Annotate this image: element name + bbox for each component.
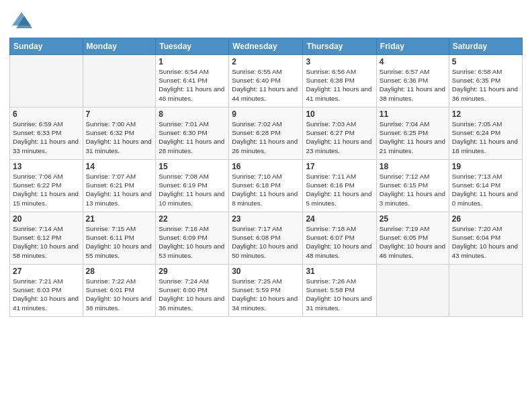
cell-day-number: 7 — [86, 109, 153, 119]
calendar-cell: 6Sunrise: 6:59 AM Sunset: 6:33 PM Daylig… — [10, 107, 83, 160]
cell-day-number: 20 — [13, 214, 80, 224]
weekday-header-sunday: Sunday — [10, 38, 83, 55]
cell-info-text: Sunrise: 6:54 AM Sunset: 6:41 PM Dayligh… — [159, 67, 226, 103]
cell-day-number: 19 — [452, 162, 519, 171]
calendar-cell: 22Sunrise: 7:16 AM Sunset: 6:09 PM Dayli… — [156, 212, 229, 265]
weekday-header-friday: Friday — [376, 38, 449, 55]
cell-day-number: 23 — [232, 214, 300, 224]
calendar-cell: 25Sunrise: 7:19 AM Sunset: 6:05 PM Dayli… — [376, 212, 449, 265]
page: SundayMondayTuesdayWednesdayThursdayFrid… — [0, 0, 532, 411]
cell-day-number: 29 — [159, 267, 226, 276]
cell-info-text: Sunrise: 7:20 AM Sunset: 6:04 PM Dayligh… — [452, 224, 519, 260]
cell-info-text: Sunrise: 7:10 AM Sunset: 6:18 PM Dayligh… — [232, 172, 300, 208]
calendar-cell — [10, 55, 83, 107]
cell-day-number: 4 — [380, 57, 446, 66]
calendar-cell: 10Sunrise: 7:03 AM Sunset: 6:27 PM Dayli… — [303, 107, 376, 160]
week-row-1: 6Sunrise: 6:59 AM Sunset: 6:33 PM Daylig… — [10, 107, 523, 160]
calendar-cell: 12Sunrise: 7:05 AM Sunset: 6:24 PM Dayli… — [449, 107, 522, 160]
week-row-4: 27Sunrise: 7:21 AM Sunset: 6:03 PM Dayli… — [10, 265, 523, 317]
cell-info-text: Sunrise: 7:15 AM Sunset: 6:11 PM Dayligh… — [86, 224, 153, 260]
calendar-cell: 11Sunrise: 7:04 AM Sunset: 6:25 PM Dayli… — [376, 107, 449, 160]
calendar-cell: 4Sunrise: 6:57 AM Sunset: 6:36 PM Daylig… — [376, 55, 449, 107]
calendar-cell: 16Sunrise: 7:10 AM Sunset: 6:18 PM Dayli… — [229, 160, 303, 212]
calendar-cell: 31Sunrise: 7:26 AM Sunset: 5:58 PM Dayli… — [303, 265, 376, 317]
logo — [9, 9, 36, 34]
cell-day-number: 28 — [86, 267, 153, 276]
cell-info-text: Sunrise: 7:18 AM Sunset: 6:07 PM Dayligh… — [306, 224, 373, 260]
weekday-header-row: SundayMondayTuesdayWednesdayThursdayFrid… — [10, 38, 523, 55]
cell-info-text: Sunrise: 7:01 AM Sunset: 6:30 PM Dayligh… — [159, 120, 226, 155]
calendar-cell: 8Sunrise: 7:01 AM Sunset: 6:30 PM Daylig… — [156, 107, 229, 160]
calendar-cell: 13Sunrise: 7:06 AM Sunset: 6:22 PM Dayli… — [10, 160, 83, 212]
cell-day-number: 22 — [159, 214, 226, 224]
calendar-cell: 15Sunrise: 7:08 AM Sunset: 6:19 PM Dayli… — [156, 160, 229, 212]
weekday-header-saturday: Saturday — [449, 38, 522, 55]
cell-info-text: Sunrise: 7:06 AM Sunset: 6:22 PM Dayligh… — [13, 172, 80, 208]
cell-info-text: Sunrise: 7:19 AM Sunset: 6:05 PM Dayligh… — [380, 224, 446, 260]
calendar-cell: 14Sunrise: 7:07 AM Sunset: 6:21 PM Dayli… — [83, 160, 156, 212]
cell-day-number: 18 — [380, 162, 446, 171]
calendar-cell: 1Sunrise: 6:54 AM Sunset: 6:41 PM Daylig… — [156, 55, 229, 107]
cell-info-text: Sunrise: 7:24 AM Sunset: 6:00 PM Dayligh… — [159, 277, 226, 312]
cell-info-text: Sunrise: 7:03 AM Sunset: 6:27 PM Dayligh… — [306, 120, 373, 155]
calendar-cell: 17Sunrise: 7:11 AM Sunset: 6:16 PM Dayli… — [303, 160, 376, 212]
calendar-cell: 23Sunrise: 7:17 AM Sunset: 6:08 PM Dayli… — [229, 212, 303, 265]
week-row-3: 20Sunrise: 7:14 AM Sunset: 6:12 PM Dayli… — [10, 212, 523, 265]
cell-info-text: Sunrise: 6:55 AM Sunset: 6:40 PM Dayligh… — [232, 67, 300, 103]
cell-day-number: 9 — [232, 109, 300, 119]
calendar-cell: 19Sunrise: 7:13 AM Sunset: 6:14 PM Dayli… — [449, 160, 522, 212]
calendar-cell: 26Sunrise: 7:20 AM Sunset: 6:04 PM Dayli… — [449, 212, 522, 265]
calendar-cell: 21Sunrise: 7:15 AM Sunset: 6:11 PM Dayli… — [83, 212, 156, 265]
cell-day-number: 21 — [86, 214, 153, 224]
weekday-header-wednesday: Wednesday — [229, 38, 303, 55]
cell-info-text: Sunrise: 7:05 AM Sunset: 6:24 PM Dayligh… — [452, 120, 519, 155]
calendar-cell: 27Sunrise: 7:21 AM Sunset: 6:03 PM Dayli… — [10, 265, 83, 317]
cell-info-text: Sunrise: 7:14 AM Sunset: 6:12 PM Dayligh… — [13, 224, 80, 260]
cell-day-number: 24 — [306, 214, 373, 224]
cell-day-number: 26 — [452, 214, 519, 224]
cell-day-number: 3 — [306, 57, 373, 66]
calendar-cell: 29Sunrise: 7:24 AM Sunset: 6:00 PM Dayli… — [156, 265, 229, 317]
cell-day-number: 31 — [306, 267, 373, 276]
cell-info-text: Sunrise: 7:26 AM Sunset: 5:58 PM Dayligh… — [306, 277, 373, 312]
cell-day-number: 17 — [306, 162, 373, 171]
cell-day-number: 11 — [380, 109, 446, 119]
cell-info-text: Sunrise: 6:58 AM Sunset: 6:35 PM Dayligh… — [452, 67, 519, 103]
cell-day-number: 1 — [159, 57, 226, 66]
cell-day-number: 8 — [159, 109, 226, 119]
header — [9, 7, 523, 34]
calendar-cell — [83, 55, 156, 107]
calendar-cell: 30Sunrise: 7:25 AM Sunset: 5:59 PM Dayli… — [229, 265, 303, 317]
cell-day-number: 25 — [380, 214, 446, 224]
calendar-cell: 9Sunrise: 7:02 AM Sunset: 6:28 PM Daylig… — [229, 107, 303, 160]
cell-info-text: Sunrise: 7:07 AM Sunset: 6:21 PM Dayligh… — [86, 172, 153, 208]
calendar-cell: 7Sunrise: 7:00 AM Sunset: 6:32 PM Daylig… — [83, 107, 156, 160]
weekday-header-thursday: Thursday — [303, 38, 376, 55]
cell-info-text: Sunrise: 7:17 AM Sunset: 6:08 PM Dayligh… — [232, 224, 300, 260]
cell-day-number: 27 — [13, 267, 80, 276]
cell-day-number: 30 — [232, 267, 300, 276]
cell-day-number: 2 — [232, 57, 300, 66]
cell-info-text: Sunrise: 7:00 AM Sunset: 6:32 PM Dayligh… — [86, 120, 153, 155]
calendar-cell: 2Sunrise: 6:55 AM Sunset: 6:40 PM Daylig… — [229, 55, 303, 107]
cell-day-number: 16 — [232, 162, 300, 171]
cell-info-text: Sunrise: 7:08 AM Sunset: 6:19 PM Dayligh… — [159, 172, 226, 208]
cell-day-number: 10 — [306, 109, 373, 119]
cell-info-text: Sunrise: 7:12 AM Sunset: 6:15 PM Dayligh… — [380, 172, 446, 208]
calendar-cell — [449, 265, 522, 317]
calendar-cell: 28Sunrise: 7:22 AM Sunset: 6:01 PM Dayli… — [83, 265, 156, 317]
cell-info-text: Sunrise: 7:02 AM Sunset: 6:28 PM Dayligh… — [232, 120, 300, 155]
calendar-cell — [376, 265, 449, 317]
cell-info-text: Sunrise: 6:56 AM Sunset: 6:38 PM Dayligh… — [306, 67, 373, 103]
cell-info-text: Sunrise: 7:04 AM Sunset: 6:25 PM Dayligh… — [380, 120, 446, 155]
calendar-table: SundayMondayTuesdayWednesdayThursdayFrid… — [9, 38, 523, 317]
cell-info-text: Sunrise: 6:57 AM Sunset: 6:36 PM Dayligh… — [380, 67, 446, 103]
cell-info-text: Sunrise: 7:11 AM Sunset: 6:16 PM Dayligh… — [306, 172, 373, 208]
cell-info-text: Sunrise: 6:59 AM Sunset: 6:33 PM Dayligh… — [13, 120, 80, 155]
cell-info-text: Sunrise: 7:13 AM Sunset: 6:14 PM Dayligh… — [452, 172, 519, 208]
calendar-cell: 3Sunrise: 6:56 AM Sunset: 6:38 PM Daylig… — [303, 55, 376, 107]
cell-day-number: 13 — [13, 162, 80, 171]
week-row-0: 1Sunrise: 6:54 AM Sunset: 6:41 PM Daylig… — [10, 55, 523, 107]
cell-info-text: Sunrise: 7:16 AM Sunset: 6:09 PM Dayligh… — [159, 224, 226, 260]
cell-info-text: Sunrise: 7:21 AM Sunset: 6:03 PM Dayligh… — [13, 277, 80, 312]
